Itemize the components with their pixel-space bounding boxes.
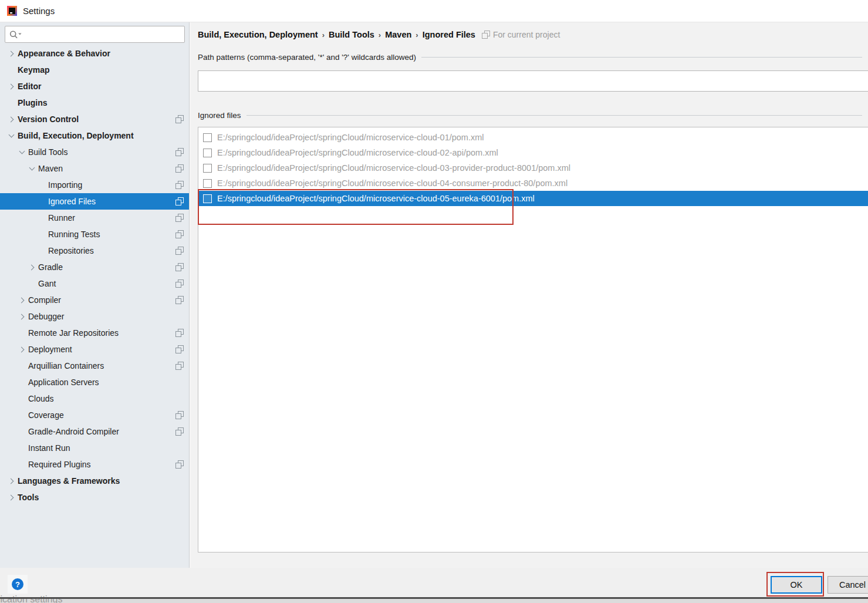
chevron-right-icon[interactable] [15, 315, 28, 319]
sidebar-item-gradle[interactable]: Gradle [0, 259, 189, 275]
sidebar-item-clouds[interactable]: Clouds [0, 390, 189, 407]
sidebar-item-maven[interactable]: Maven [0, 160, 189, 177]
sidebar-item-importing[interactable]: Importing [0, 177, 189, 193]
chevron-right-icon[interactable] [5, 52, 18, 56]
sidebar-item-debugger[interactable]: Debugger [0, 308, 189, 325]
help-button[interactable]: ? [8, 575, 28, 594]
breadcrumb-part: Ignored Files [423, 30, 475, 39]
chevron-right-icon[interactable] [15, 348, 28, 352]
cancel-button[interactable]: Cancel [828, 576, 868, 594]
scope-indicator: For current project [482, 30, 560, 39]
ignored-file-row[interactable]: E:/springcloud/ideaProject/springCloud/m… [198, 191, 868, 206]
sidebar-item-arquillian-containers[interactable]: Arquillian Containers [0, 358, 189, 374]
chevron-right-icon[interactable] [5, 496, 18, 500]
sidebar-item-label: Deployment [28, 345, 72, 354]
sidebar-item-runner[interactable]: Runner [0, 210, 189, 226]
sidebar-item-repositories[interactable]: Repositories [0, 242, 189, 259]
ignored-file-path: E:/springcloud/ideaProject/springCloud/m… [217, 178, 568, 188]
copy-settings-icon [175, 329, 184, 337]
checkbox[interactable] [203, 133, 212, 142]
settings-sidebar: Appearance & BehaviorKeymapEditorPlugins… [0, 22, 190, 568]
checkbox[interactable] [203, 179, 212, 188]
sidebar-item-label: Gradle-Android Compiler [28, 427, 119, 436]
ignored-file-path: E:/springcloud/ideaProject/springCloud/m… [217, 194, 535, 203]
copy-settings-icon [175, 362, 184, 370]
chevron-down-icon[interactable] [25, 167, 38, 170]
settings-search-box[interactable] [5, 26, 185, 43]
copy-settings-icon [175, 230, 184, 238]
sidebar-item-deployment[interactable]: Deployment [0, 341, 189, 358]
scope-label: For current project [493, 30, 560, 39]
sidebar-item-label: Running Tests [48, 230, 100, 239]
ignored-file-row[interactable]: E:/springcloud/ideaProject/springCloud/m… [198, 145, 868, 160]
sidebar-item-label: Importing [48, 180, 82, 190]
path-patterns-input[interactable] [198, 70, 868, 92]
chevron-right-icon[interactable] [5, 117, 18, 122]
ignored-file-row[interactable]: E:/springcloud/ideaProject/springCloud/m… [198, 176, 868, 191]
copy-settings-icon [175, 345, 184, 353]
sidebar-item-build-execution-deployment[interactable]: Build, Execution, Deployment [0, 127, 189, 144]
sidebar-item-languages-frameworks[interactable]: Languages & Frameworks [0, 473, 189, 489]
sidebar-item-build-tools[interactable]: Build Tools [0, 144, 189, 160]
chevron-right-icon[interactable] [25, 265, 38, 270]
sidebar-item-running-tests[interactable]: Running Tests [0, 226, 189, 242]
sidebar-item-required-plugins[interactable]: Required Plugins [0, 456, 189, 473]
sidebar-item-label: Editor [18, 82, 41, 91]
background-strip [0, 599, 868, 603]
sidebar-item-version-control[interactable]: Version Control [0, 111, 189, 127]
sidebar-item-gant[interactable]: Gant [0, 275, 189, 292]
sidebar-item-gradle-android-compiler[interactable]: Gradle-Android Compiler [0, 423, 189, 440]
chevron-down-icon[interactable] [15, 151, 28, 153]
sidebar-item-label: Tools [18, 493, 39, 502]
breadcrumb: Build, Execution, Deployment›Build Tools… [198, 28, 560, 42]
sidebar-item-label: Runner [48, 213, 75, 223]
path-patterns-label: Path patterns (comma-separated, '*' and … [198, 53, 416, 62]
copy-settings-icon [175, 247, 184, 255]
chevron-right-icon[interactable] [15, 298, 28, 302]
breadcrumb-part[interactable]: Maven [385, 30, 411, 39]
search-icon [9, 30, 22, 39]
breadcrumb-separator: › [379, 31, 381, 39]
sidebar-item-plugins[interactable]: Plugins [0, 95, 189, 111]
sidebar-item-compiler[interactable]: Compiler [0, 292, 189, 308]
chevron-right-icon[interactable] [5, 479, 18, 483]
sidebar-item-tools[interactable]: Tools [0, 489, 189, 506]
sidebar-item-instant-run[interactable]: Instant Run [0, 440, 189, 456]
sidebar-item-remote-jar-repositories[interactable]: Remote Jar Repositories [0, 325, 189, 341]
sidebar-item-editor[interactable]: Editor [0, 78, 189, 95]
copy-settings-icon [175, 197, 184, 206]
sidebar-item-keymap[interactable]: Keymap [0, 62, 189, 78]
sidebar-item-label: Repositories [48, 246, 94, 255]
window-title: Settings [23, 6, 55, 16]
group-divider [421, 57, 862, 58]
checkbox[interactable] [203, 194, 212, 203]
ignored-file-path: E:/springcloud/ideaProject/springCloud/m… [217, 133, 484, 142]
ok-button[interactable]: OK [771, 576, 822, 594]
sidebar-item-ignored-files[interactable]: Ignored Files [0, 193, 189, 210]
ignored-file-row[interactable]: E:/springcloud/ideaProject/springCloud/m… [198, 130, 868, 145]
search-input[interactable] [24, 26, 184, 42]
search-options-caret-icon [18, 33, 21, 35]
sidebar-item-label: Debugger [28, 312, 65, 321]
sidebar-item-application-servers[interactable]: Application Servers [0, 374, 189, 390]
copy-settings-icon [175, 296, 184, 304]
breadcrumb-separator: › [416, 31, 418, 39]
ignored-file-row[interactable]: E:/springcloud/ideaProject/springCloud/m… [198, 160, 868, 176]
checkbox[interactable] [203, 164, 212, 173]
sidebar-item-label: Gradle [38, 262, 63, 272]
copy-settings-icon [175, 214, 184, 222]
sidebar-item-label: Build, Execution, Deployment [18, 131, 134, 140]
ignored-files-label: Ignored files [198, 111, 241, 120]
sidebar-item-label: Build Tools [28, 147, 67, 157]
sidebar-item-coverage[interactable]: Coverage [0, 407, 189, 423]
copy-settings-icon [175, 115, 184, 123]
breadcrumb-part[interactable]: Build, Execution, Deployment [198, 30, 318, 39]
chevron-right-icon[interactable] [5, 85, 18, 89]
chevron-down-icon[interactable] [5, 134, 18, 137]
breadcrumb-part[interactable]: Build Tools [329, 30, 374, 39]
checkbox[interactable] [203, 149, 212, 157]
sidebar-item-label: Coverage [28, 410, 64, 420]
breadcrumb-separator: › [322, 31, 325, 39]
dialog-bottom-edge [0, 597, 868, 599]
sidebar-item-appearance-behavior[interactable]: Appearance & Behavior [0, 45, 189, 62]
